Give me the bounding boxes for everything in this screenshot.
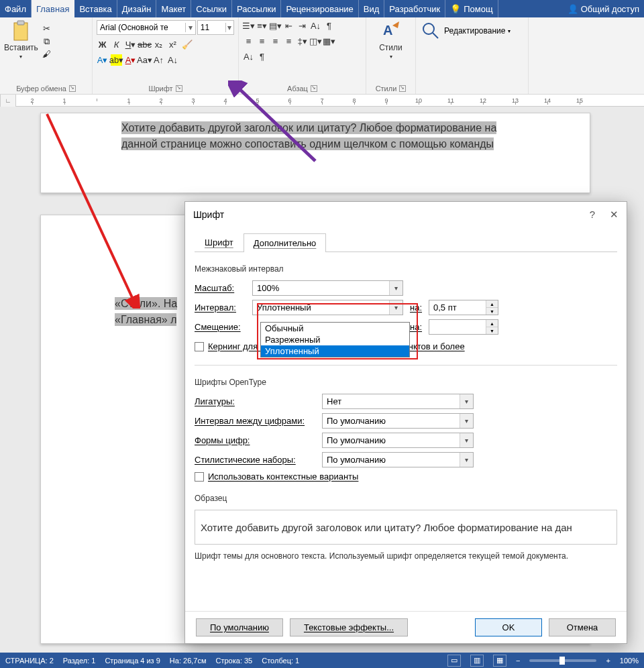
chevron-down-icon[interactable]: ▾ — [460, 433, 473, 447]
spacing-by-spinner[interactable]: 0,5 пт▲▼ — [429, 300, 498, 315]
num-spacing-combo[interactable]: По умолчанию▾ — [322, 413, 474, 429]
read-mode-icon[interactable]: ▭ — [447, 655, 461, 667]
tab-mailings[interactable]: Рассылки — [232, 0, 281, 17]
spin-up-icon[interactable]: ▲ — [486, 320, 498, 327]
subscript-button[interactable]: x₂ — [153, 39, 164, 50]
clipboard-dialog-launcher[interactable] — [69, 85, 76, 92]
chevron-down-icon[interactable]: ▾ — [460, 394, 473, 408]
status-page[interactable]: СТРАНИЦА: 2 — [5, 657, 54, 665]
font-name-combo[interactable]: ▾ — [97, 20, 196, 35]
chevron-down-icon[interactable]: ▾ — [225, 23, 233, 32]
horizontal-ruler[interactable]: ∟ 21123456789101112131415 — [0, 95, 644, 107]
share-button[interactable]: 👤 Общий доступ — [563, 0, 644, 17]
tab-selector[interactable]: ∟ — [0, 95, 16, 107]
underline-button[interactable]: Ч▾ — [125, 39, 136, 50]
cut-icon[interactable]: ✂ — [41, 23, 52, 34]
decrease-indent-button[interactable]: ⇤ — [283, 20, 294, 32]
zoom-out-button[interactable]: − — [516, 657, 520, 665]
cancel-button[interactable]: Отмена — [549, 618, 616, 636]
chevron-down-icon[interactable]: ▾ — [389, 281, 402, 295]
tab-view[interactable]: Вид — [359, 0, 385, 17]
align-right-button[interactable]: ≡ — [270, 36, 281, 47]
change-case-button[interactable]: Aa▾ — [139, 54, 150, 66]
status-line[interactable]: Строка: 35 — [216, 657, 253, 665]
sort-button[interactable]: A↓ — [310, 20, 321, 32]
spin-down-icon[interactable]: ▼ — [486, 308, 498, 315]
status-column[interactable]: Столбец: 1 — [262, 657, 299, 665]
chevron-down-icon[interactable]: ▾ — [460, 453, 473, 467]
dialog-tab-font[interactable]: Шрифт — [195, 233, 244, 252]
superscript-button[interactable]: x² — [167, 39, 178, 50]
chevron-down-icon[interactable]: ▾ — [389, 300, 402, 315]
help-button[interactable]: ? — [590, 209, 595, 221]
selected-text[interactable]: «Главная» л — [115, 313, 176, 326]
line-spacing-button[interactable]: ‡▾ — [297, 36, 308, 47]
ok-button[interactable]: OK — [475, 618, 542, 636]
paragraph-dialog-launcher[interactable] — [311, 85, 317, 92]
tab-file[interactable]: Файл — [0, 0, 32, 17]
zoom-level[interactable]: 100% — [620, 657, 639, 665]
ligatures-combo[interactable]: Нет▾ — [322, 394, 474, 409]
status-at[interactable]: На: 26,7см — [170, 657, 207, 665]
document-page[interactable]: Хотите добавить другой заголовок или цит… — [40, 113, 590, 193]
spacing-option-normal[interactable]: Обычный — [261, 323, 409, 334]
align-center-button[interactable]: ≡ — [256, 36, 268, 47]
contextual-alternates-checkbox[interactable]: Использовать контекстные варианты — [195, 471, 358, 482]
spacing-combo[interactable]: Уплотненный▾ — [252, 300, 403, 315]
bold-button[interactable]: Ж — [97, 39, 108, 50]
font-dialog-launcher[interactable] — [176, 85, 182, 92]
set-default-button[interactable]: По умолчанию — [196, 618, 283, 636]
styles-button[interactable]: A Стили▾ — [370, 20, 411, 60]
chevron-down-icon[interactable]: ▾ — [185, 23, 195, 32]
selected-text[interactable]: данной странице можно сопоставить одним … — [121, 137, 494, 150]
text-effects-button[interactable]: Текстовые эффекты... — [290, 618, 408, 636]
show-marks-button[interactable]: ¶ — [323, 20, 335, 32]
tab-home[interactable]: Главная — [32, 0, 74, 17]
font-size-combo[interactable]: ▾ — [197, 20, 234, 35]
shrink-font-button[interactable]: A↓ — [167, 54, 178, 66]
dialog-tab-advanced[interactable]: Дополнительно — [244, 233, 327, 252]
strike-button[interactable]: abє — [139, 39, 150, 50]
tab-review[interactable]: Рецензирование — [281, 0, 358, 17]
clear-formatting-button[interactable]: 🧹 — [181, 39, 193, 50]
text-effects-button[interactable]: A▾ — [97, 54, 108, 66]
spacing-dropdown-list[interactable]: Обычный Разреженный Уплотненный — [260, 322, 410, 357]
find-button[interactable] — [420, 20, 441, 42]
multilevel-button[interactable]: ▤▾ — [270, 20, 281, 32]
tab-insert[interactable]: Вставка — [74, 0, 117, 17]
web-layout-icon[interactable]: ▦ — [493, 655, 506, 667]
format-painter-icon[interactable]: 🖌 — [41, 48, 52, 60]
align-left-button[interactable]: ≡ — [243, 36, 254, 47]
bullets-button[interactable]: ☰▾ — [243, 20, 254, 32]
selected-text[interactable]: Хотите добавить другой заголовок или цит… — [121, 121, 496, 134]
grow-font-button[interactable]: A↑ — [153, 54, 164, 66]
chevron-down-icon[interactable]: ▾ — [460, 414, 473, 428]
justify-button[interactable]: ≡ — [283, 36, 294, 47]
print-layout-icon[interactable]: ▥ — [470, 655, 484, 667]
paste-button[interactable]: Вставить▾ — [4, 20, 38, 60]
tab-design[interactable]: Дизайн — [117, 0, 157, 17]
tab-references[interactable]: Ссылки — [191, 0, 232, 17]
styles-dialog-launcher[interactable] — [399, 85, 406, 92]
highlight-button[interactable]: ab▾ — [111, 54, 122, 66]
zoom-in-button[interactable]: + — [606, 657, 610, 665]
tell-me[interactable]: 💡Помощ — [445, 0, 498, 17]
close-button[interactable]: ✕ — [610, 209, 619, 221]
italic-button[interactable]: К — [111, 39, 122, 50]
selected-text[interactable]: «Стили». На — [115, 297, 177, 310]
tab-developer[interactable]: Разработчик — [384, 0, 445, 17]
paragraph-marks-button[interactable]: ¶ — [256, 51, 268, 62]
scale-combo[interactable]: 100%▾ — [252, 280, 403, 296]
tab-layout[interactable]: Макет — [156, 0, 191, 17]
spacing-option-expanded[interactable]: Разреженный — [261, 334, 409, 345]
font-color-button[interactable]: A▾ — [125, 54, 136, 66]
editing-label[interactable]: Редактирование — [444, 26, 505, 36]
increase-indent-button[interactable]: ⇥ — [297, 20, 308, 32]
stylistic-sets-combo[interactable]: По умолчанию▾ — [322, 452, 474, 467]
sort-button-2[interactable]: A↓ — [243, 51, 254, 62]
spin-down-icon[interactable]: ▼ — [486, 327, 498, 334]
num-forms-combo[interactable]: По умолчанию▾ — [322, 433, 474, 448]
copy-icon[interactable]: ⧉ — [41, 36, 52, 47]
zoom-slider[interactable] — [529, 659, 596, 662]
shading-button[interactable]: ◫▾ — [310, 36, 321, 47]
